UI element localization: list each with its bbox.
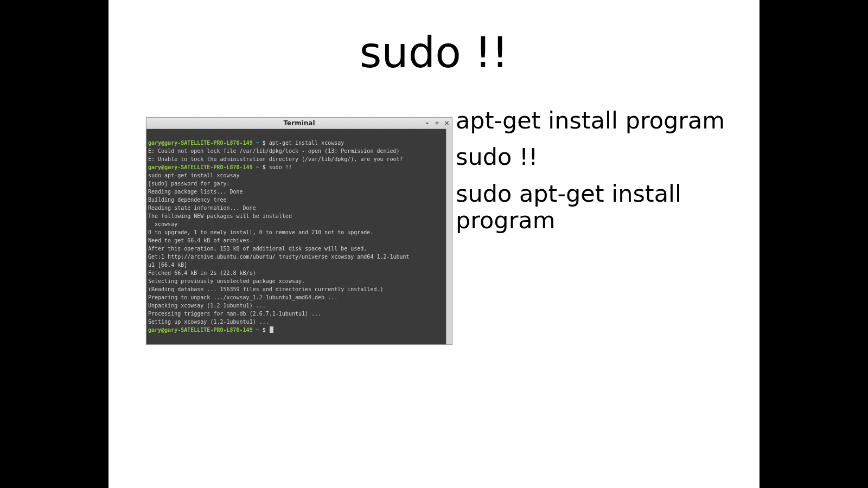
bullet-item: sudo apt-get install program <box>451 181 763 234</box>
terminal-output-line: Unpacking xcowsay (1.2-1ubuntu1) ... <box>148 303 266 309</box>
terminal-scrollbar[interactable] <box>446 129 452 344</box>
terminal-output-line: u1 [66.4 kB] <box>148 262 187 268</box>
terminal-output-line: E: Unable to lock the administration dir… <box>148 156 403 162</box>
terminal-path: ~ <box>256 327 259 333</box>
terminal-symbol: $ <box>263 327 266 333</box>
terminal-output-line: Get:1 http://archive.ubuntu.com/ubuntu/ … <box>148 254 410 260</box>
terminal-command: apt-get install xcowsay <box>269 140 344 146</box>
terminal-path: ~ <box>256 164 259 170</box>
slide-title: sudo !! <box>108 28 760 77</box>
terminal-output-line: E: Could not open lock file /var/lib/dpk… <box>148 148 400 154</box>
terminal-output-line: Processing triggers for man-db (2.6.7.1-… <box>148 311 321 317</box>
terminal-output-line: Fetched 66.4 kB in 2s (22.8 kB/s) <box>148 270 256 276</box>
terminal-path: ~ <box>256 140 259 146</box>
close-icon[interactable]: × <box>444 120 450 126</box>
stage: sudo !! apt-get install program sudo !! … <box>0 0 868 488</box>
terminal-output-line: The following NEW packages will be insta… <box>148 213 292 219</box>
terminal-output-line: Setting up xcowsay (1.2-1ubuntu1) ... <box>148 319 269 325</box>
terminal-prompt: gary@gary-SATELLITE-PRO-L870-149 <box>148 140 253 146</box>
terminal-output-line: Reading state information... Done <box>148 205 256 211</box>
terminal-symbol: $ <box>263 140 266 146</box>
terminal-output-line: Building dependency tree <box>148 197 227 203</box>
minimize-icon[interactable]: – <box>424 120 430 126</box>
terminal-title-label: Terminal <box>283 119 315 127</box>
terminal-titlebar[interactable]: Terminal – + × <box>146 118 452 129</box>
terminal-body[interactable]: gary@gary-SATELLITE-PRO-L870-149 ~ $ apt… <box>146 129 452 344</box>
bullet-item: sudo !! <box>451 144 763 170</box>
terminal-window-controls: – + × <box>424 118 450 129</box>
terminal-command: sudo !! <box>269 164 292 170</box>
terminal-output-line: [sudo] password for gary: <box>148 181 230 187</box>
terminal-prompt: gary@gary-SATELLITE-PRO-L870-149 <box>148 327 253 333</box>
terminal-cursor-icon <box>270 326 273 333</box>
terminal-output-line: Need to get 66.4 kB of archives. <box>148 237 253 243</box>
slide-bullet-list: apt-get install program sudo !! sudo apt… <box>435 107 763 244</box>
presentation-slide: sudo !! apt-get install program sudo !! … <box>108 0 760 488</box>
terminal-output-line: sudo apt-get install xcowsay <box>148 172 240 178</box>
terminal-window: Terminal – + × gary@gary-SATELLITE-PRO-L… <box>146 117 452 345</box>
terminal-output-line: xcowsay <box>148 221 177 227</box>
terminal-output-line: After this operation, 153 kB of addition… <box>148 246 367 252</box>
maximize-icon[interactable]: + <box>434 120 440 126</box>
bullet-item: apt-get install program <box>451 107 763 134</box>
terminal-output-line: (Reading database ... 156359 files and d… <box>148 286 383 292</box>
terminal-output-line: 0 to upgrade, 1 to newly install, 0 to r… <box>148 229 373 235</box>
terminal-prompt: gary@gary-SATELLITE-PRO-L870-149 <box>148 164 253 170</box>
terminal-output-line: Preparing to unpack .../xcowsay_1.2-1ubu… <box>148 294 337 300</box>
terminal-output-line: Selecting previously unselected package … <box>148 278 305 284</box>
terminal-symbol: $ <box>263 164 266 170</box>
terminal-output-line: Reading package lists... Done <box>148 189 243 195</box>
